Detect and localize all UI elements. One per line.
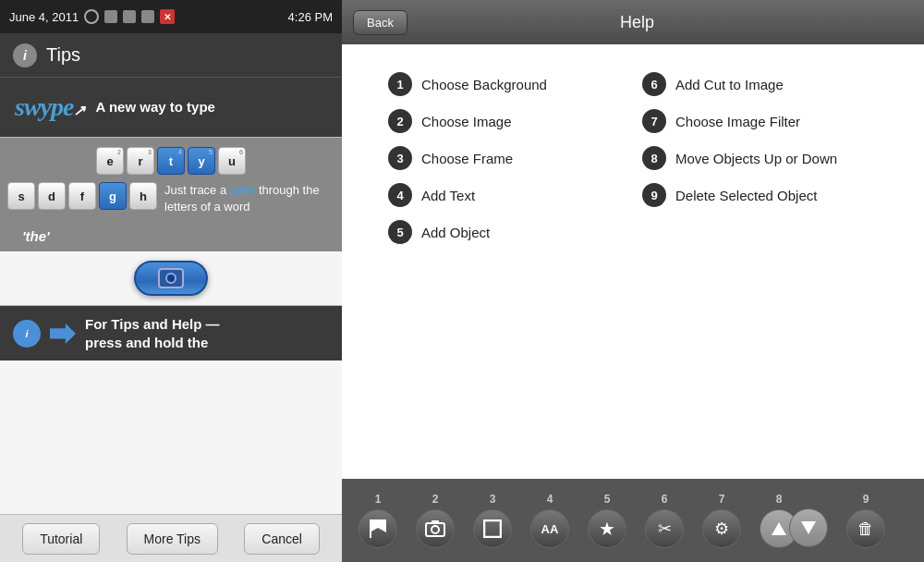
camera-lens-icon bbox=[165, 273, 176, 284]
tips-title: Tips bbox=[46, 44, 80, 66]
toolbar-slot-9[interactable]: 9 🗑 bbox=[839, 493, 893, 548]
key-s: s bbox=[7, 182, 35, 210]
circle-num-8: 8 bbox=[642, 146, 666, 170]
circle-num-9: 9 bbox=[642, 183, 666, 207]
key-f: f bbox=[68, 182, 96, 210]
circle-num-5: 5 bbox=[388, 220, 412, 244]
status-icon-red: ✕ bbox=[160, 9, 175, 24]
slot-num-2: 2 bbox=[432, 493, 439, 506]
slot-num-5: 5 bbox=[604, 493, 611, 506]
arrow-right-icon bbox=[50, 321, 76, 347]
slot-num-3: 3 bbox=[490, 493, 496, 506]
path-word: path bbox=[230, 183, 255, 197]
date-time: June 4, 2011 ✕ bbox=[9, 9, 175, 24]
svg-rect-1 bbox=[370, 519, 371, 538]
key-u: 6u bbox=[218, 147, 246, 175]
key-g: g bbox=[99, 182, 127, 210]
slot-icon-4: AA bbox=[530, 509, 569, 548]
phone-panel: June 4, 2011 ✕ 4:26 PM i Tips swype↗ A n… bbox=[0, 0, 342, 562]
toolbar-slot-8b[interactable] bbox=[782, 508, 835, 547]
help-item-text-6: Add Cut to Image bbox=[675, 77, 784, 92]
help-item-2: 2 Choose Image bbox=[388, 109, 624, 133]
help-item-9: 9 Delete Selected Object bbox=[642, 183, 878, 207]
status-icon-4 bbox=[141, 10, 154, 23]
tutorial-button[interactable]: Tutorial bbox=[22, 523, 100, 555]
toolbar-slot-4[interactable]: 4 AA bbox=[523, 493, 577, 548]
help-panel: Back Help 1 Choose Background 6 Add Cut … bbox=[342, 0, 924, 562]
key-h: h bbox=[129, 182, 157, 210]
help-item-7: 7 Choose Image Filter bbox=[642, 109, 878, 133]
slot-icon-5: ★ bbox=[588, 509, 626, 548]
help-item-text-3: Choose Frame bbox=[421, 151, 513, 166]
swype-section: swype↗ A new way to type bbox=[0, 78, 342, 137]
help-hint-text: For Tips and Help —press and hold the bbox=[85, 315, 220, 351]
swype-logo: swype↗ bbox=[15, 92, 84, 122]
info-icon: i bbox=[13, 43, 37, 67]
keyboard-demo: 2e 3r 4t 5y 6u s d f g h Just trace bbox=[0, 138, 342, 225]
help-item-8: 8 Move Objects Up or Down bbox=[642, 146, 878, 170]
date: June 4, 2011 bbox=[9, 10, 79, 24]
svg-rect-4 bbox=[432, 520, 439, 524]
key-t: 4t bbox=[157, 147, 185, 175]
help-item-text-8: Move Objects Up or Down bbox=[675, 151, 837, 166]
help-header: Back Help bbox=[342, 0, 924, 44]
keyboard-row-2: s d f g h bbox=[7, 182, 157, 210]
cancel-button[interactable]: Cancel bbox=[244, 523, 320, 555]
circle-num-1: 1 bbox=[388, 72, 412, 96]
key-y: 5y bbox=[188, 147, 215, 175]
svg-marker-0 bbox=[370, 519, 386, 532]
slot-num-9: 9 bbox=[863, 493, 869, 506]
help-item-3: 3 Choose Frame bbox=[388, 146, 624, 170]
help-items-grid: 1 Choose Background 6 Add Cut to Image 2… bbox=[360, 72, 906, 244]
help-item-1: 1 Choose Background bbox=[388, 72, 624, 96]
slot-num-6: 6 bbox=[662, 493, 668, 506]
camera-btn-inner bbox=[158, 268, 184, 288]
slot-icon-9: 🗑 bbox=[846, 509, 885, 548]
slot-num-1: 1 bbox=[375, 493, 382, 506]
help-item-text-7: Choose Image Filter bbox=[675, 114, 800, 129]
circle-num-6: 6 bbox=[642, 72, 666, 96]
trace-instructions: Just trace a path through the letters of… bbox=[164, 182, 334, 215]
toolbar-slot-5[interactable]: 5 ★ bbox=[580, 493, 634, 548]
circle-num-7: 7 bbox=[642, 109, 666, 133]
help-item-text-4: Add Text bbox=[421, 188, 475, 203]
help-item-text-2: Choose Image bbox=[421, 114, 512, 129]
toolbar-slot-7[interactable]: 7 ⚙ bbox=[695, 493, 748, 548]
help-item-6: 6 Add Cut to Image bbox=[642, 72, 878, 96]
help-title: Help bbox=[417, 13, 913, 32]
svg-point-3 bbox=[432, 526, 439, 533]
help-item-5: 5 Add Object bbox=[388, 220, 624, 244]
tips-content: swype↗ A new way to type 2e 3r 4t 5y 6u … bbox=[0, 78, 342, 514]
triangle-down-icon bbox=[801, 521, 816, 534]
key-e: 2e bbox=[96, 147, 124, 175]
bottom-buttons: Tutorial More Tips Cancel bbox=[0, 514, 342, 562]
status-bar: June 4, 2011 ✕ 4:26 PM bbox=[0, 0, 342, 33]
status-icon-1 bbox=[84, 9, 99, 24]
camera-button[interactable] bbox=[134, 261, 208, 296]
slot-num-7: 7 bbox=[719, 493, 725, 506]
slot-icon-2 bbox=[416, 509, 455, 548]
back-button[interactable]: Back bbox=[353, 10, 407, 35]
key-d: d bbox=[38, 182, 66, 210]
the-word: 'the' bbox=[22, 228, 50, 244]
slot-num-8: 8 bbox=[776, 493, 783, 506]
slot-icon-7: ⚙ bbox=[702, 509, 741, 548]
svg-rect-5 bbox=[484, 520, 501, 537]
toolbar-slot-6[interactable]: 6 ✂ bbox=[638, 493, 691, 548]
toolbar-slot-2[interactable]: 2 bbox=[408, 493, 462, 548]
circle-num-4: 4 bbox=[388, 183, 412, 207]
status-icon-3 bbox=[123, 10, 136, 23]
mini-info-icon: i bbox=[13, 320, 41, 348]
toolbar-slot-3[interactable]: 3 bbox=[466, 493, 519, 548]
help-item-4: 4 Add Text bbox=[388, 183, 624, 207]
slot-icon-1 bbox=[359, 509, 397, 548]
more-tips-button[interactable]: More Tips bbox=[127, 523, 218, 555]
toolbar-slot-1[interactable]: 1 bbox=[351, 493, 405, 548]
tips-header: i Tips bbox=[0, 33, 342, 78]
key-r: 3r bbox=[127, 147, 154, 175]
status-icon-2 bbox=[104, 10, 117, 23]
help-item-text-9: Delete Selected Object bbox=[675, 188, 817, 203]
swype-tagline: A new way to type bbox=[95, 98, 214, 116]
camera-section bbox=[0, 251, 342, 305]
slot-icon-6: ✂ bbox=[645, 509, 684, 548]
